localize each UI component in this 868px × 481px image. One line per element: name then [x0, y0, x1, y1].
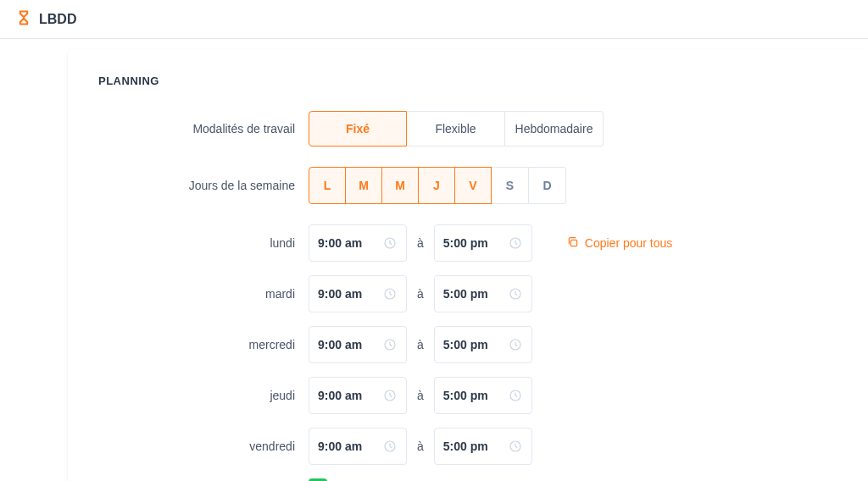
- copy-icon: [566, 235, 580, 252]
- section-title: PLANNING: [98, 75, 837, 87]
- work-mode-option[interactable]: Flexible: [407, 111, 505, 147]
- time-separator: à: [417, 440, 424, 453]
- time-separator: à: [417, 287, 424, 301]
- day-toggle[interactable]: L: [309, 167, 346, 204]
- brand-logo: LBDD: [15, 9, 76, 30]
- schedule-row: vendredi9:00 amà5:00 pm: [98, 428, 837, 465]
- end-time-value: 5:00 pm: [443, 440, 488, 453]
- clock-icon: [382, 439, 398, 454]
- end-time-input[interactable]: 5:00 pm: [434, 428, 532, 465]
- days-of-week-label: Jours de la semaine: [98, 179, 309, 192]
- clock-icon: [382, 286, 398, 301]
- schedule-list: lundi9:00 amà5:00 pmCopier pour tousmard…: [98, 224, 837, 465]
- days-of-week-row: Jours de la semaine LMMJVSD: [98, 167, 837, 204]
- schedule-day-label: mardi: [98, 287, 309, 301]
- time-separator: à: [417, 338, 424, 351]
- work-mode-option[interactable]: Fixé: [309, 111, 407, 147]
- day-toggle-group: LMMJVSD: [309, 167, 566, 204]
- day-toggle[interactable]: M: [381, 167, 419, 204]
- end-time-value: 5:00 pm: [443, 389, 488, 402]
- start-time-value: 9:00 am: [318, 287, 362, 301]
- work-mode-option[interactable]: Hebdomadaire: [505, 111, 604, 147]
- end-time-value: 5:00 pm: [443, 236, 488, 250]
- start-time-value: 9:00 am: [318, 236, 362, 250]
- end-time-input[interactable]: 5:00 pm: [434, 377, 532, 414]
- svg-rect-2: [570, 240, 576, 246]
- start-time-input[interactable]: 9:00 am: [309, 275, 407, 312]
- start-time-input[interactable]: 9:00 am: [309, 428, 407, 465]
- copy-for-all-label: Copier pour tous: [585, 236, 673, 250]
- schedule-day-label: vendredi: [98, 440, 309, 453]
- start-time-value: 9:00 am: [318, 389, 362, 402]
- planning-card: PLANNING Modalités de travail FixéFlexib…: [68, 49, 868, 481]
- layout: PLANNING Modalités de travail FixéFlexib…: [0, 39, 868, 481]
- schedule-row: lundi9:00 amà5:00 pmCopier pour tous: [98, 224, 837, 262]
- schedule-day-label: jeudi: [98, 389, 309, 402]
- clock-icon: [508, 286, 523, 301]
- end-time-value: 5:00 pm: [443, 338, 488, 351]
- copy-for-all-button[interactable]: Copier pour tous: [566, 235, 673, 252]
- schedule-day-label: lundi: [98, 236, 309, 250]
- schedule-row: mercredi9:00 amà5:00 pm: [98, 326, 837, 363]
- end-time-input[interactable]: 5:00 pm: [434, 326, 532, 363]
- end-time-input[interactable]: 5:00 pm: [434, 275, 532, 312]
- clock-icon: [382, 235, 398, 251]
- clock-icon: [508, 235, 523, 251]
- clock-icon: [508, 439, 523, 454]
- clock-icon: [508, 388, 523, 403]
- day-toggle[interactable]: J: [418, 167, 455, 204]
- topbar: LBDD: [0, 0, 868, 39]
- work-mode-segmented: FixéFlexibleHebdomadaire: [309, 111, 604, 147]
- start-time-input[interactable]: 9:00 am: [309, 377, 407, 414]
- brand-name: LBDD: [39, 12, 76, 27]
- time-separator: à: [417, 236, 424, 250]
- clock-icon: [382, 388, 398, 403]
- sidebar-spacer: [0, 39, 68, 481]
- work-mode-label: Modalités de travail: [98, 122, 309, 135]
- start-time-value: 9:00 am: [318, 338, 362, 351]
- end-time-value: 5:00 pm: [443, 287, 488, 301]
- day-toggle[interactable]: M: [345, 167, 382, 204]
- start-time-value: 9:00 am: [318, 440, 362, 453]
- day-toggle[interactable]: D: [529, 167, 566, 204]
- start-time-input[interactable]: 9:00 am: [309, 224, 407, 262]
- end-time-input[interactable]: 5:00 pm: [434, 224, 532, 262]
- schedule-row: jeudi9:00 amà5:00 pm: [98, 377, 837, 414]
- work-mode-row: Modalités de travail FixéFlexibleHebdoma…: [98, 111, 837, 147]
- schedule-day-label: mercredi: [98, 338, 309, 351]
- clock-icon: [382, 337, 398, 352]
- day-toggle[interactable]: V: [454, 167, 492, 204]
- schedule-row: mardi9:00 amà5:00 pm: [98, 275, 837, 312]
- time-separator: à: [417, 389, 424, 402]
- hourglass-icon: [15, 9, 32, 30]
- day-toggle[interactable]: S: [492, 167, 529, 204]
- clock-icon: [508, 337, 523, 352]
- start-time-input[interactable]: 9:00 am: [309, 326, 407, 363]
